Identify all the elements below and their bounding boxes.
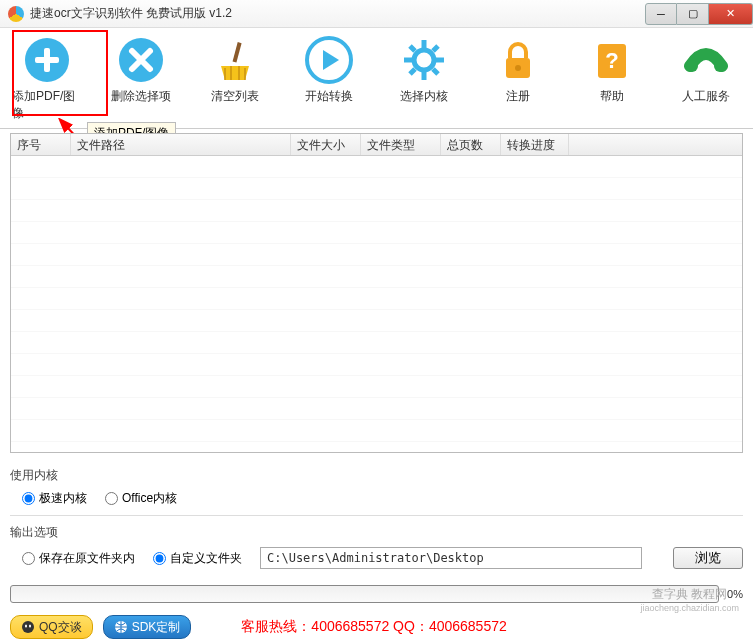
output-panel-title: 输出选项 (10, 524, 743, 541)
svg-point-24 (29, 625, 31, 628)
help-button[interactable]: ? 帮助 (577, 36, 647, 122)
svg-line-14 (410, 69, 415, 74)
start-convert-button[interactable]: 开始转换 (294, 36, 364, 122)
svg-point-23 (25, 625, 27, 628)
output-panel: 输出选项 保存在原文件夹内 自定义文件夹 浏览 (10, 518, 743, 575)
output-custom-folder-radio[interactable]: 自定义文件夹 (153, 550, 242, 567)
svg-point-19 (686, 60, 698, 72)
kernel-office-radio[interactable]: Office内核 (105, 490, 177, 507)
delete-selection-button[interactable]: 删除选择项 (106, 36, 176, 122)
titlebar: 捷速ocr文字识别软件 免费试用版 v1.2 ─ ▢ ✕ (0, 0, 753, 28)
svg-text:?: ? (605, 48, 618, 73)
radio-label: Office内核 (122, 490, 177, 507)
x-icon (117, 36, 165, 84)
column-header[interactable]: 总页数 (441, 134, 501, 155)
column-header[interactable]: 序号 (11, 134, 71, 155)
radio-input[interactable] (22, 552, 35, 565)
svg-line-11 (410, 46, 415, 51)
plus-icon (23, 36, 71, 84)
help-book-icon: ? (588, 36, 636, 84)
divider (10, 515, 743, 516)
toolbar-label: 删除选择项 (111, 88, 171, 105)
radio-input[interactable] (22, 492, 35, 505)
column-header[interactable]: 文件路径 (71, 134, 291, 155)
column-header[interactable]: 文件大小 (291, 134, 361, 155)
watermark: 查字典 教程网 jiaocheng.chazidian.com (640, 587, 739, 615)
close-button[interactable]: ✕ (709, 3, 753, 25)
toolbar-label: 开始转换 (305, 88, 353, 105)
register-button[interactable]: 注册 (483, 36, 553, 122)
footer: QQ交谈 SDK定制 客服热线：4006685572 QQ：4006685572 (0, 611, 753, 639)
column-header[interactable]: 文件类型 (361, 134, 441, 155)
svg-line-12 (433, 69, 438, 74)
window-title: 捷速ocr文字识别软件 免费试用版 v1.2 (30, 5, 232, 22)
phone-icon (682, 36, 730, 84)
lock-icon (494, 36, 542, 84)
progress-bar (10, 585, 719, 603)
toolbar-label: 添加PDF/图像 (12, 88, 82, 122)
app-logo-icon (8, 6, 24, 22)
maximize-button[interactable]: ▢ (677, 3, 709, 25)
toolbar-label: 人工服务 (682, 88, 730, 105)
radio-label: 保存在原文件夹内 (39, 550, 135, 567)
svg-rect-4 (233, 42, 242, 62)
radio-label: 极速内核 (39, 490, 87, 507)
svg-rect-2 (35, 57, 59, 63)
toolbar-label: 选择内核 (400, 88, 448, 105)
radio-input[interactable] (105, 492, 118, 505)
kernel-panel: 使用内核 极速内核 Office内核 (10, 461, 743, 513)
main-toolbar: 添加PDF/图像 删除选择项 清空列表 开始转换 选择内核 注册 ? 帮助 (0, 28, 753, 129)
minimize-button[interactable]: ─ (645, 3, 677, 25)
svg-point-6 (414, 50, 434, 70)
hotline-text: 客服热线：4006685572 QQ：4006685572 (241, 618, 506, 636)
svg-point-16 (515, 65, 521, 71)
radio-label: 自定义文件夹 (170, 550, 242, 567)
manual-service-button[interactable]: 人工服务 (671, 36, 741, 122)
output-same-folder-radio[interactable]: 保存在原文件夹内 (22, 550, 135, 567)
toolbar-label: 注册 (506, 88, 530, 105)
file-list-table[interactable]: 序号 文件路径 文件大小 文件类型 总页数 转换进度 (10, 133, 743, 453)
column-header[interactable]: 转换进度 (501, 134, 569, 155)
browse-button[interactable]: 浏览 (673, 547, 743, 569)
output-path-input[interactable] (260, 547, 642, 569)
toolbar-label: 帮助 (600, 88, 624, 105)
clear-list-button[interactable]: 清空列表 (200, 36, 270, 122)
svg-point-20 (714, 60, 726, 72)
table-body[interactable] (11, 156, 742, 452)
qq-chat-button[interactable]: QQ交谈 (10, 615, 93, 639)
sdk-label: SDK定制 (132, 619, 181, 636)
table-header: 序号 文件路径 文件大小 文件类型 总页数 转换进度 (11, 134, 742, 156)
svg-point-22 (22, 621, 34, 633)
toolbar-label: 清空列表 (211, 88, 259, 105)
radio-input[interactable] (153, 552, 166, 565)
kernel-fast-radio[interactable]: 极速内核 (22, 490, 87, 507)
kernel-panel-title: 使用内核 (10, 467, 743, 484)
play-icon (305, 36, 353, 84)
broom-icon (211, 36, 259, 84)
gear-icon (400, 36, 448, 84)
sdk-button[interactable]: SDK定制 (103, 615, 192, 639)
progress-row: 0% (10, 585, 743, 603)
globe-icon (114, 620, 128, 634)
qq-icon (21, 620, 35, 634)
select-kernel-button[interactable]: 选择内核 (389, 36, 459, 122)
qq-label: QQ交谈 (39, 619, 82, 636)
svg-line-13 (433, 46, 438, 51)
window-controls: ─ ▢ ✕ (645, 3, 753, 25)
add-pdf-image-button[interactable]: 添加PDF/图像 (12, 36, 82, 122)
